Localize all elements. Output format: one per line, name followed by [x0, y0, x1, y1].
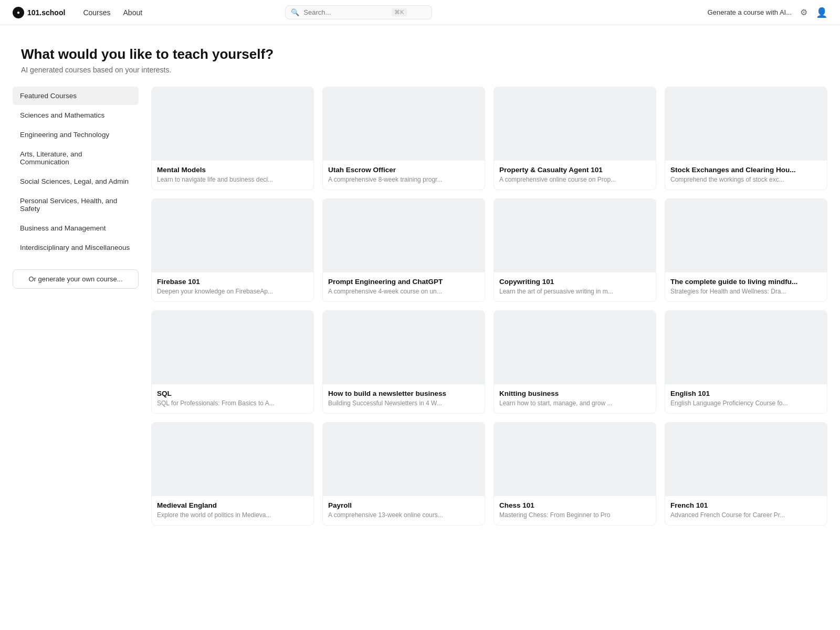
nav-about[interactable]: About [118, 5, 148, 20]
navbar: ● 101.school Courses About 🔍 ⌘K Generate… [0, 0, 840, 25]
search-shortcut: ⌘K [392, 8, 406, 16]
generate-course-link[interactable]: Generate a course with AI... [708, 8, 792, 16]
sidebar-item-interdisciplinary[interactable]: Interdisciplinary and Miscellaneous [13, 238, 139, 257]
course-title: Stock Exchanges and Clearing Hou... [670, 166, 822, 174]
course-title: The complete guide to living mindfu... [670, 278, 822, 286]
nav-actions: Generate a course with AI... ⚙ 👤 [708, 7, 827, 18]
course-info: French 101 Advanced French Course for Ca… [665, 496, 827, 525]
sidebar-item-social[interactable]: Social Sciences, Legal, and Admin [13, 172, 139, 191]
search-icon: 🔍 [291, 8, 299, 16]
course-info: Utah Escrow Officer A comprehensive 8-we… [323, 161, 485, 190]
course-description: Building Successful Newsletters in 4 W..… [328, 400, 479, 407]
course-info: Chess 101 Mastering Chess: From Beginner… [494, 496, 656, 525]
search-bar: 🔍 ⌘K [285, 5, 432, 19]
course-info: Copywriting 101 Learn the art of persuas… [494, 272, 656, 301]
course-card[interactable]: SQL SQL for Professionals: From Basics t… [151, 310, 314, 414]
course-description: SQL for Professionals: From Basics to A.… [157, 400, 308, 407]
course-info: Knitting business Learn how to start, ma… [494, 384, 656, 413]
course-description: Comprehend the workings of stock exc... [670, 176, 822, 183]
theme-icon[interactable]: ⚙ [800, 7, 807, 17]
course-thumbnail [494, 423, 656, 496]
course-thumbnail [665, 87, 827, 161]
course-thumbnail [323, 199, 485, 272]
course-thumbnail [665, 199, 827, 272]
course-thumbnail [152, 199, 313, 272]
course-description: Explore the world of politics in Medieva… [157, 511, 308, 519]
course-info: Mental Models Learn to navigate life and… [152, 161, 313, 190]
course-title: French 101 [670, 501, 822, 509]
course-card[interactable]: How to build a newsletter business Build… [322, 310, 485, 414]
course-title: Chess 101 [499, 501, 650, 509]
course-card[interactable]: The complete guide to living mindfu... S… [665, 198, 827, 302]
course-description: Learn to navigate life and business deci… [157, 176, 308, 183]
course-info: English 101 English Language Proficiency… [665, 384, 827, 413]
generate-own-course-button[interactable]: Or generate your own course... [13, 269, 139, 289]
course-thumbnail [323, 311, 485, 384]
sidebar-item-featured[interactable]: Featured Courses [13, 87, 139, 105]
course-thumbnail [152, 423, 313, 496]
sidebar-item-arts[interactable]: Arts, Literature, and Communication [13, 145, 139, 171]
nav-courses[interactable]: Courses [78, 5, 116, 20]
course-card[interactable]: English 101 English Language Proficiency… [665, 310, 827, 414]
course-title: Firebase 101 [157, 278, 308, 286]
course-title: Copywriting 101 [499, 278, 650, 286]
course-thumbnail [665, 311, 827, 384]
nav-links: Courses About [78, 5, 148, 20]
course-title: Utah Escrow Officer [328, 166, 479, 174]
hero-title: What would you like to teach yourself? [21, 46, 819, 62]
course-card[interactable]: Chess 101 Mastering Chess: From Beginner… [494, 422, 656, 526]
course-info: Prompt Engineering and ChatGPT A compreh… [323, 272, 485, 301]
nav-logo[interactable]: ● 101.school [13, 7, 65, 18]
course-info: Medieval England Explore the world of po… [152, 496, 313, 525]
sidebar-item-engineering[interactable]: Engineering and Technology [13, 125, 139, 144]
logo-icon: ● [13, 7, 24, 18]
course-grid: Mental Models Learn to navigate life and… [151, 87, 827, 526]
course-title: Property & Casualty Agent 101 [499, 166, 650, 174]
course-description: Deepen your knowledge on FirebaseAp... [157, 288, 308, 295]
course-card[interactable]: Property & Casualty Agent 101 A comprehe… [494, 87, 656, 190]
course-thumbnail [494, 311, 656, 384]
search-input[interactable] [303, 8, 387, 16]
course-info: Stock Exchanges and Clearing Hou... Comp… [665, 161, 827, 190]
course-info: Property & Casualty Agent 101 A comprehe… [494, 161, 656, 190]
course-card[interactable]: Mental Models Learn to navigate life and… [151, 87, 314, 190]
sidebar-item-sciences[interactable]: Sciences and Mathematics [13, 106, 139, 124]
course-thumbnail [323, 87, 485, 161]
course-card[interactable]: Firebase 101 Deepen your knowledge on Fi… [151, 198, 314, 302]
course-info: The complete guide to living mindfu... S… [665, 272, 827, 301]
course-title: SQL [157, 390, 308, 397]
sidebar: Featured CoursesSciences and Mathematics… [13, 87, 139, 526]
hero-section: What would you like to teach yourself? A… [0, 25, 840, 87]
course-card[interactable]: Utah Escrow Officer A comprehensive 8-we… [322, 87, 485, 190]
course-thumbnail [152, 311, 313, 384]
course-card[interactable]: Copywriting 101 Learn the art of persuas… [494, 198, 656, 302]
course-description: Learn the art of persuasive writing in m… [499, 288, 650, 295]
course-card[interactable]: Prompt Engineering and ChatGPT A compreh… [322, 198, 485, 302]
course-description: A comprehensive 13-week online cours... [328, 511, 479, 519]
course-info: SQL SQL for Professionals: From Basics t… [152, 384, 313, 413]
course-title: Medieval England [157, 501, 308, 509]
course-card[interactable]: Stock Exchanges and Clearing Hou... Comp… [665, 87, 827, 190]
course-thumbnail [152, 87, 313, 161]
course-title: Payroll [328, 501, 479, 509]
course-title: How to build a newsletter business [328, 390, 479, 397]
course-description: English Language Proficiency Course fo..… [670, 400, 822, 407]
course-thumbnail [323, 423, 485, 496]
course-thumbnail [665, 423, 827, 496]
course-info: Firebase 101 Deepen your knowledge on Fi… [152, 272, 313, 301]
course-description: Strategies for Health and Wellness: Dra.… [670, 288, 822, 295]
user-icon[interactable]: 👤 [816, 7, 827, 18]
course-description: A comprehensive 8-week training progr... [328, 176, 479, 183]
hero-subtitle: AI generated courses based on your inter… [21, 66, 819, 74]
course-card[interactable]: Knitting business Learn how to start, ma… [494, 310, 656, 414]
course-card[interactable]: Payroll A comprehensive 13-week online c… [322, 422, 485, 526]
sidebar-item-personal[interactable]: Personal Services, Health, and Safety [13, 192, 139, 218]
sidebar-item-business[interactable]: Business and Management [13, 219, 139, 237]
course-title: Knitting business [499, 390, 650, 397]
course-thumbnail [494, 199, 656, 272]
course-info: Payroll A comprehensive 13-week online c… [323, 496, 485, 525]
main-layout: Featured CoursesSciences and Mathematics… [0, 87, 840, 547]
course-card[interactable]: French 101 Advanced French Course for Ca… [665, 422, 827, 526]
course-card[interactable]: Medieval England Explore the world of po… [151, 422, 314, 526]
course-description: A comprehensive online course on Prop... [499, 176, 650, 183]
